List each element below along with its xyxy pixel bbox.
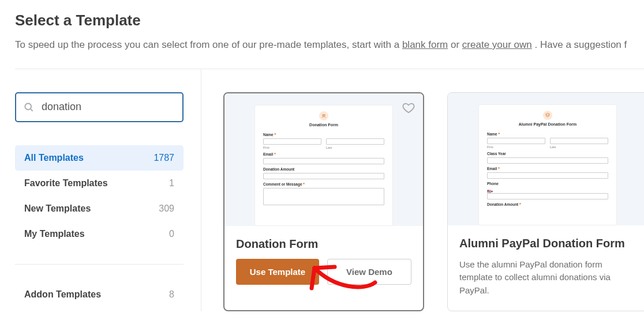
preview-label: Phone [487,182,608,186]
template-card-donation-form[interactable]: Donation Form Name * First Last [223,92,424,311]
create-own-link[interactable]: create your own [462,39,532,50]
preview-label: Email [263,152,273,156]
blank-form-link[interactable]: blank form [402,39,448,50]
favorite-icon[interactable] [402,101,415,114]
preview-label: Email [487,167,497,171]
card-body: Alumni PayPal Donation Form Use the alum… [448,225,644,311]
preview-title: Donation Form [263,123,384,127]
category-count: 1 [169,178,174,188]
subtitle-text: To speed up the process you can select f… [15,39,402,50]
card-title: Alumni PayPal Donation Form [459,237,636,250]
template-preview: Alumni PayPal Donation Form Name * First… [448,93,644,225]
page-title: Select a Template [15,12,644,29]
page-subtitle: To speed up the process you can select f… [15,37,644,52]
main-panel: All Templates 1787 Favorite Templates 1 … [15,69,644,311]
form-preview-mock: Donation Form Name * First Last [254,105,393,226]
svg-point-0 [25,103,31,110]
subtitle-text: . Have a suggestion f [535,39,627,50]
svg-line-1 [31,108,33,111]
card-title: Donation Form [236,237,411,251]
use-template-button[interactable]: Use Template [236,259,319,285]
form-logo-icon [263,111,384,120]
template-preview: Donation Form Name * First Last [224,93,423,226]
search-field[interactable] [15,92,184,122]
category-my-templates[interactable]: My Templates 0 [15,221,184,247]
svg-point-3 [324,114,325,116]
category-count: 1787 [153,153,174,163]
subtitle-text: or [451,39,462,50]
category-label: All Templates [24,153,84,163]
preview-sublabel: Last [550,145,608,149]
category-label: New Templates [24,203,91,214]
form-preview-mock: Alumni PayPal Donation Form Name * First… [478,104,617,225]
preview-label: Name [263,133,274,137]
category-addon-templates[interactable]: Addon Templates 8 [15,282,184,307]
preview-title: Alumni PayPal Donation Form [487,122,608,126]
category-label: Favorite Templates [24,178,108,188]
search-input[interactable] [35,101,182,113]
category-label: Addon Templates [24,289,101,300]
preview-sublabel: First [263,146,321,149]
preview-label: Comment or Message [263,182,302,186]
sidebar-divider [15,264,184,265]
preview-label: Class Year [487,152,608,156]
category-label: My Templates [24,229,85,239]
preview-label: Donation Amount [487,202,518,206]
preview-label: Name [487,132,497,136]
flag-icon: 🇺🇸▾ [487,189,493,193]
preview-sublabel: Last [326,146,384,149]
category-count: 0 [169,229,174,239]
category-list: All Templates 1787 Favorite Templates 1 … [15,145,184,247]
form-logo-icon [487,111,608,120]
search-icon [23,101,35,113]
category-favorite-templates[interactable]: Favorite Templates 1 [15,171,184,196]
category-count: 8 [169,289,174,300]
category-all-templates[interactable]: All Templates 1787 [15,145,184,171]
template-gallery: Donation Form Name * First Last [201,69,644,311]
preview-sublabel: First [487,145,545,149]
card-body: Donation Form Use Template View Demo [224,226,423,310]
category-count: 309 [159,203,174,214]
template-card-alumni-paypal[interactable]: Alumni PayPal Donation Form Name * First… [447,92,644,311]
addon-list: Addon Templates 8 [15,282,184,307]
preview-label: Donation Amount [263,167,384,171]
card-description: Use the alumni PayPal donation form temp… [459,258,636,297]
view-demo-button[interactable]: View Demo [327,259,411,285]
category-new-templates[interactable]: New Templates 309 [15,196,184,221]
sidebar: All Templates 1787 Favorite Templates 1 … [15,69,201,311]
